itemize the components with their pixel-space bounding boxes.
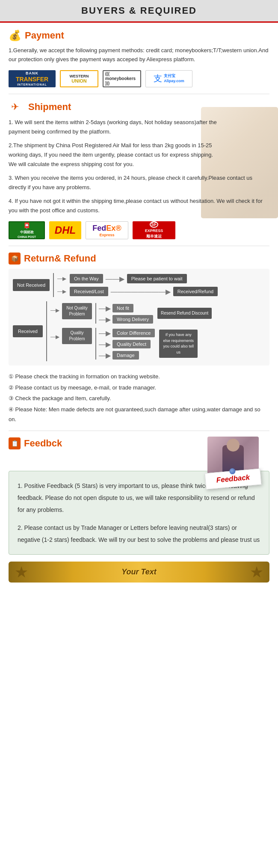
quality-defect-box: Quality Defect (112, 340, 151, 348)
quality-connector: —▶ Color Difference —▶ Quality Defect (95, 328, 155, 360)
return-notes: ① Please check the tracking in formation… (9, 372, 269, 424)
international-label: INTERNATIONAL (17, 83, 47, 86)
shipment-para-4: 4. If you have not got it within the shi… (9, 196, 269, 215)
payment-title-row: 💰 Payment (9, 29, 269, 42)
feedback-card-area: Feedback (205, 437, 261, 487)
received-section: Received —▶ Not Quality Problem —▶ Not f… (13, 301, 265, 361)
star-decoration-right: ★ (244, 562, 269, 583)
dhl-logo: DHL (49, 221, 81, 239)
color-diff-box: Color Difference (112, 329, 155, 337)
transfer-label: TRANSFER (16, 76, 48, 83)
be-patient-box: Please be patient to wait (127, 274, 187, 283)
alipay-icon: 支 (154, 73, 162, 84)
shipment-heading: Shipment (28, 101, 71, 113)
moneybookers-logo: ((( moneybookers ))) (103, 70, 141, 87)
not-quality-row: —▶ Not Quality Problem —▶ Not fit —▶ (50, 303, 212, 324)
return-refund-section: 📦 Return& Refund Not Received —▶ On the … (0, 246, 278, 431)
bank-transfer-logo: BANK TRANSFER INTERNATIONAL (9, 70, 56, 87)
quality-box: Quality Problem (62, 328, 92, 344)
quality-row: —▶ Quality Problem —▶ Color Difference —… (50, 328, 212, 360)
feedback-heading: Feedbck (24, 438, 62, 449)
not-received-section: Not Received —▶ On the Way ——▶ Please be… (13, 273, 265, 297)
union-label: UNION (71, 78, 86, 83)
western-union-logo: WESTERN UNION (60, 70, 98, 87)
not-fit-box: Not fit (112, 304, 133, 312)
received-lost-row: —▶ Received/Lost ————————▶ Received/Refu… (57, 287, 218, 296)
damage-row: —▶ Damage (99, 351, 155, 360)
return-icon: 📦 (9, 253, 21, 265)
return-heading: Return& Refund (24, 253, 96, 264)
carrier-logos: 📮 中国邮政 CHINA POST DHL FedEx® Express SF … (9, 221, 269, 239)
return-title-row: 📦 Return& Refund (9, 253, 269, 265)
alipay-logo: 支 支付宝 Alipay.com (145, 70, 192, 87)
payment-section: 💰 Payment 1.Generally, we accept the fol… (0, 23, 278, 94)
china-post-logo: 📮 中国邮政 CHINA POST (9, 221, 45, 239)
payment-logos: BANK TRANSFER INTERNATIONAL WESTERN UNIO… (9, 70, 269, 87)
else-outcome-box: If you have any else requirements you co… (159, 330, 198, 358)
page-title: BUYERS & REQUIRED (0, 5, 278, 16)
money-icon: 💰 (9, 29, 21, 42)
note-2: ② Please contact us by meesage, e-mail, … (9, 383, 269, 392)
fedex-label: FedEx® (92, 224, 121, 233)
page-header: BUYERS & REQUIRED (0, 0, 278, 23)
western-label: WESTERN (70, 74, 89, 78)
on-the-way-row: —▶ On the Way ——▶ Please be patient to w… (57, 274, 218, 283)
bank-label: BANK (26, 71, 38, 75)
sf-express-logo: SF EXPRESS 顺丰速运 (133, 221, 175, 239)
not-quality-connector: —▶ Not fit —▶ Wrong Delivery (95, 303, 153, 324)
chinapost-label-en: CHINA POST (18, 235, 36, 238)
chinapost-label: 中国邮政 (20, 230, 34, 235)
shipment-title-row: ✈ Shipment (9, 101, 269, 113)
wrong-delivery-box: Wrong Delivery (112, 315, 153, 324)
shipment-section: ✈ Shipment 1. We will sent the items wit… (0, 94, 278, 246)
pin-icon (229, 468, 236, 475)
feedback-card-label: Feedback (216, 473, 250, 485)
note-3: ③ Check the package and Item, carefully. (9, 393, 269, 403)
not-quality-box: Not Quality Problem (62, 303, 92, 319)
feedback-para-2: 2. Please contact us by Trade Manager or… (18, 522, 260, 546)
feedback-section: 📋 Feedbck Feedback 1. Positive Feedback … (0, 431, 278, 589)
note-4: ④ Please Note: Men made defects are not … (9, 404, 269, 425)
wrong-delivery-row: —▶ Wrong Delivery (99, 315, 153, 324)
on-the-way-box: On the Way (70, 274, 103, 283)
footer-your-text: Your Text (121, 568, 157, 576)
moneybookers-label: ((( moneybookers ))) (105, 71, 139, 86)
received-lost-box: Received/Lost (70, 287, 108, 296)
star-decoration-left: ★ (9, 562, 34, 583)
sf-chinese: 顺丰速运 (146, 234, 162, 239)
payment-text: 1.Generally, we accept the following pay… (9, 46, 269, 64)
shipment-para-3: 3. When you receive the items you ordere… (9, 173, 269, 192)
received-connector: —▶ Not Quality Problem —▶ Not fit —▶ (46, 301, 212, 361)
not-received-box: Not Received (13, 279, 50, 291)
feedback-icon: 📋 (9, 437, 21, 449)
note-1: ① Please check the tracking in formation… (9, 372, 269, 381)
sf-circle: SF (150, 221, 158, 228)
received-box: Received (13, 325, 43, 337)
shipment-para-2: 2.The shipment by China Post Registered … (9, 141, 218, 169)
not-received-connector: —▶ On the Way ——▶ Please be patient to w… (53, 273, 218, 297)
damage-box: Damage (112, 351, 139, 360)
not-fit-row: —▶ Not fit (99, 304, 153, 312)
footer-banner: ★ ★ Your Text (9, 562, 269, 583)
resend-outcome-box: Resend Refund Discount (157, 308, 212, 319)
color-diff-row: —▶ Color Difference (99, 329, 155, 337)
fedex-logo: FedEx® Express (86, 221, 128, 239)
sf-label: EXPRESS (145, 229, 163, 233)
fedex-express-label: Express (99, 233, 114, 237)
quality-defect-row: —▶ Quality Defect (99, 340, 155, 348)
alipay-text: 支付宝 Alipay.com (164, 74, 184, 83)
shipment-para-1: 1. We will sent the items within 2-5days… (9, 118, 218, 137)
plane-icon: ✈ (9, 101, 21, 113)
flow-diagram: Not Received —▶ On the Way ——▶ Please be… (9, 269, 269, 366)
payment-heading: Payment (25, 30, 64, 41)
received-refund-box: Received/Refund (173, 287, 218, 296)
dhl-label: DHL (55, 224, 76, 236)
